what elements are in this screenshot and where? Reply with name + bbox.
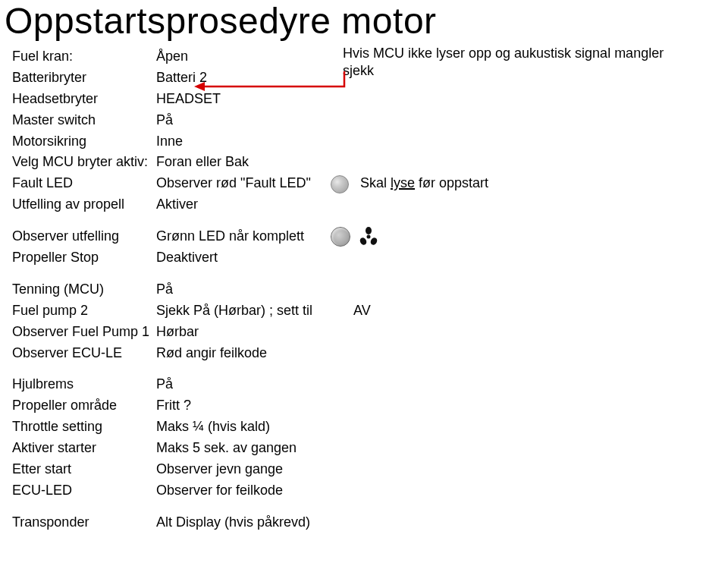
annotation-line2: sjekk — [343, 63, 374, 78]
note-prefix: Skal — [360, 175, 391, 190]
row-note: Skal lyse før oppstart — [331, 173, 728, 194]
row-value: Foran eller Bak — [156, 152, 331, 173]
row-label: Tenning (MCU) — [12, 279, 156, 300]
row-label: Etter start — [12, 459, 156, 480]
row-value: Deaktivert — [156, 247, 331, 269]
page-title: Oppstartsprosedyre motor — [5, 0, 728, 42]
row-value: Observer jevn gange — [156, 459, 331, 480]
table-row: ECU-LED Observer for feilkode — [12, 480, 728, 502]
table-row: Motorsikring Inne — [12, 131, 728, 153]
row-label: Propeller Stop — [12, 247, 156, 269]
row-label: Observer utfelling — [12, 226, 156, 247]
row-label: Motorsikring — [12, 131, 156, 153]
row-label: Fuel pump 2 — [12, 300, 156, 322]
row-label: Utfelling av propell — [12, 194, 156, 215]
row-value: Observer rød "Fault LED" — [156, 173, 331, 194]
table-row: Observer Fuel Pump 1 Hørbar — [12, 322, 728, 343]
table-row: Propeller område Fritt ? — [12, 395, 728, 417]
table-row: Master switch På — [12, 110, 728, 131]
row-note: AV — [331, 300, 728, 322]
row-value: Inne — [156, 131, 331, 153]
row-label: Headsetbryter — [12, 89, 156, 110]
row-value: På — [156, 374, 331, 395]
row-value: Hørbar — [156, 322, 331, 343]
table-row: Throttle setting Maks ¼ (hvis kald) — [12, 417, 728, 438]
annotation-line1: Hvis MCU ikke lyser opp og aukustisk sig… — [343, 46, 664, 61]
row-value: Batteri 2 — [156, 68, 331, 89]
led-grey-icon — [331, 175, 349, 193]
led-green-icon — [331, 227, 350, 247]
row-note — [331, 226, 728, 247]
table-row: Observer ECU-LE Rød angir feilkode — [12, 343, 728, 364]
row-value: Sjekk På (Hørbar) ; sett til — [156, 300, 331, 322]
table-row: Velg MCU bryter aktiv: Foran eller Bak — [12, 152, 728, 173]
row-value: Maks ¼ (hvis kald) — [156, 417, 331, 438]
table-row: Tenning (MCU) På — [12, 279, 728, 300]
table-row: Fault LED Observer rød "Fault LED" Skal … — [12, 173, 728, 194]
row-value: Maks 5 sek. av gangen — [156, 438, 331, 459]
svg-point-1 — [359, 237, 368, 247]
row-value: På — [156, 279, 331, 300]
row-label: Batteribryter — [12, 68, 156, 89]
table-row: Fuel pump 2 Sjekk På (Hørbar) ; sett til… — [12, 300, 728, 322]
row-label: Observer Fuel Pump 1 — [12, 322, 156, 343]
annotation-box: Hvis MCU ikke lyser opp og aukustisk sig… — [343, 45, 722, 80]
propeller-icon — [359, 227, 378, 247]
row-label: Fault LED — [12, 173, 156, 194]
table-row: Etter start Observer jevn gange — [12, 459, 728, 480]
row-value: Alt Display (hvis påkrevd) — [156, 512, 331, 533]
row-label: Propeller område — [12, 395, 156, 417]
table-row: Hjulbrems På — [12, 374, 728, 395]
note-suffix: før oppstart — [415, 175, 488, 190]
row-value: Observer for feilkode — [156, 480, 331, 502]
note-underline: lyse — [391, 175, 415, 190]
svg-point-3 — [367, 235, 371, 239]
content: Hvis MCU ikke lyser opp og aukustisk sig… — [0, 46, 728, 533]
row-value: HEADSET — [156, 89, 331, 110]
row-label: Fuel kran: — [12, 46, 156, 68]
svg-point-2 — [369, 237, 378, 247]
table-row: Headsetbryter HEADSET — [12, 89, 728, 110]
row-label: ECU-LED — [12, 480, 156, 502]
row-value: Aktiver — [156, 194, 331, 215]
svg-point-0 — [366, 227, 372, 234]
row-value: Åpen — [156, 46, 331, 68]
row-label: Hjulbrems — [12, 374, 156, 395]
table-row: Observer utfelling Grønn LED når komplet… — [12, 226, 728, 247]
row-label: Velg MCU bryter aktiv: — [12, 152, 156, 173]
table-row: Utfelling av propell Aktiver — [12, 194, 728, 215]
row-label: Throttle setting — [12, 417, 156, 438]
row-value: Rød angir feilkode — [156, 343, 331, 364]
row-value: På — [156, 110, 331, 131]
row-value: Grønn LED når komplett — [156, 226, 331, 247]
row-label: Aktiver starter — [12, 438, 156, 459]
table-row: Aktiver starter Maks 5 sek. av gangen — [12, 438, 728, 459]
table-row: Transponder Alt Display (hvis påkrevd) — [12, 512, 728, 533]
row-label: Master switch — [12, 110, 156, 131]
row-value: Fritt ? — [156, 395, 331, 417]
row-label: Transponder — [12, 512, 156, 533]
table-row: Propeller Stop Deaktivert — [12, 247, 728, 269]
row-label: Observer ECU-LE — [12, 343, 156, 364]
